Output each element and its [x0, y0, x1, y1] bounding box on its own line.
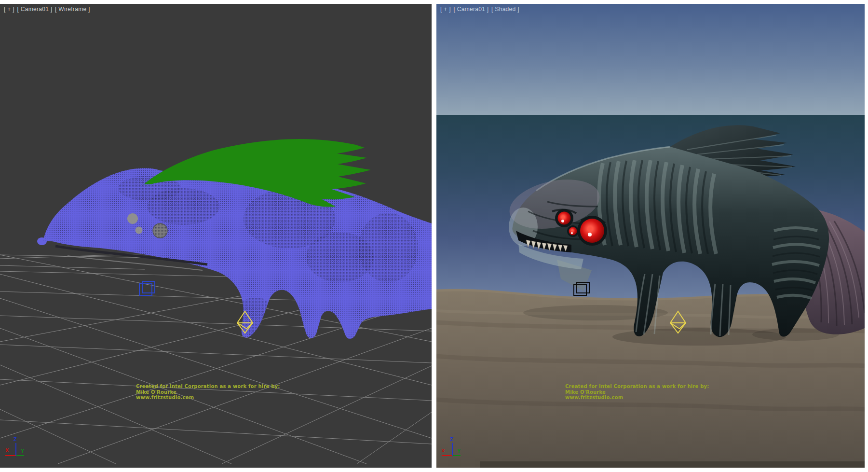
axis-tripod: X Y Z: [5, 436, 25, 456]
viewport-label: [ + ] [ Camera01 ] [ Wireframe ]: [4, 6, 91, 13]
watermark-line1: Created for Intel Corporation as a work …: [565, 384, 709, 389]
axis-z-label: Z: [14, 436, 17, 442]
axis-y-label: Y: [21, 448, 25, 454]
axis-z-label: Z: [450, 436, 453, 442]
watermark-line2: Mike O'Rourke: [565, 389, 709, 395]
axis-x-label: x: [442, 447, 445, 453]
viewport-menu-shading[interactable]: [ Wireframe ]: [55, 6, 90, 13]
watermark-line3: www.fritzstudio.com: [565, 395, 709, 401]
viewport-menu-camera[interactable]: [ Camera01 ]: [17, 6, 52, 13]
copyright-watermark: Created for Intel Corporation as a work …: [565, 384, 709, 401]
viewport-menu-camera[interactable]: [ Camera01 ]: [453, 6, 488, 13]
viewport-menu-general[interactable]: [ + ]: [4, 6, 14, 13]
axis-x-label: X: [5, 447, 9, 453]
dual-viewport-canvas: [ + ] [ Camera01 ] [ Wireframe ]: [0, 0, 868, 472]
sky-gradient: [436, 4, 865, 115]
axis-y-label: Y: [457, 448, 461, 454]
creature-model-wireframe[interactable]: [37, 139, 432, 339]
viewport-menu-shading[interactable]: [ Shaded ]: [491, 6, 519, 13]
watermark-line3: www.fritzstudio.com: [136, 395, 280, 401]
viewport-menu-general[interactable]: [ + ]: [440, 6, 451, 13]
watermark-line1: Created for Intel Corporation as a work …: [136, 384, 280, 389]
dummy-box-helper[interactable]: [139, 281, 155, 295]
viewport-shaded[interactable]: [ + ] [ Camera01 ] [ Shaded ]: [436, 4, 865, 468]
copyright-watermark: Created for Intel Corporation as a work …: [136, 384, 280, 401]
viewport-wireframe[interactable]: [ + ] [ Camera01 ] [ Wireframe ]: [0, 4, 432, 468]
watermark-line2: Mike O'Rourke: [136, 389, 280, 395]
viewport-label: [ + ] [ Camera01 ] [ Shaded ]: [440, 6, 520, 13]
